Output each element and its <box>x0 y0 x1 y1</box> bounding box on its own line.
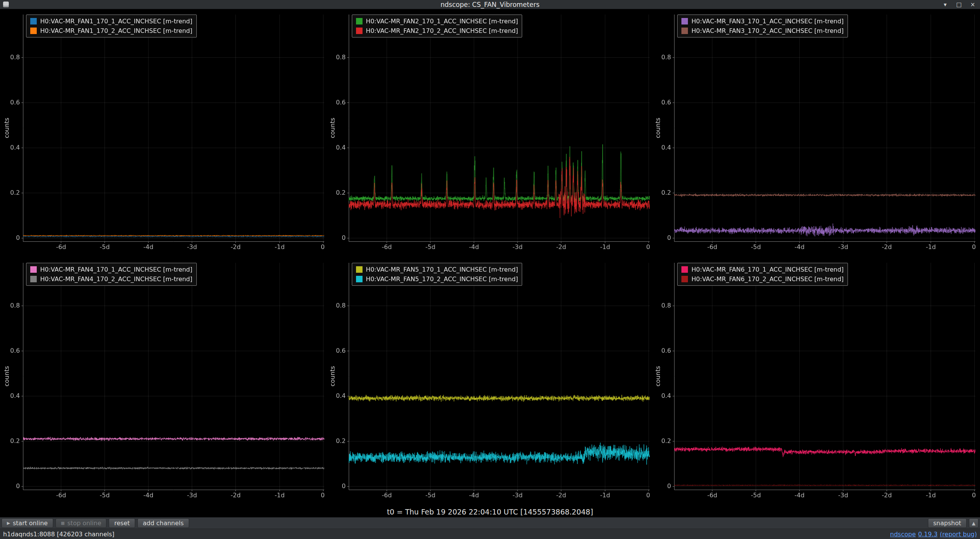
channel-name: H0:VAC-MR_FAN2_170_2_ACC_INCHSEC [m-tren… <box>366 27 518 34</box>
legend-row: H0:VAC-MR_FAN5_170_1_ACC_INCHSEC [m-tren… <box>356 266 518 273</box>
series-color-swatch <box>356 28 363 34</box>
legend-row: H0:VAC-MR_FAN2_170_2_ACC_INCHSEC [m-tren… <box>356 27 518 34</box>
window-controls: ▾ □ × <box>941 1 977 8</box>
legend-row: H0:VAC-MR_FAN6_170_2_ACC_INCHSEC [m-tren… <box>681 275 844 283</box>
legend-row: H0:VAC-MR_FAN3_170_2_ACC_INCHSEC [m-tren… <box>681 27 844 34</box>
channel-name: H0:VAC-MR_FAN3_170_1_ACC_INCHSEC [m-tren… <box>691 18 844 25</box>
series-color-swatch <box>681 276 688 282</box>
plot-canvas-fan6[interactable] <box>653 258 978 506</box>
channel-name: H0:VAC-MR_FAN4_170_1_ACC_INCHSEC [m-tren… <box>40 266 193 273</box>
series-color-swatch <box>356 266 363 273</box>
legend-fan5[interactable]: H0:VAC-MR_FAN5_170_1_ACC_INCHSEC [m-tren… <box>352 263 523 286</box>
plot-grid: H0:VAC-MR_FAN1_170_1_ACC_INCHSEC [m-tren… <box>0 9 980 506</box>
stop-online-button[interactable]: ■ stop online <box>56 518 107 528</box>
series-color-swatch <box>681 266 688 273</box>
plot-canvas-fan3[interactable] <box>653 10 978 258</box>
legend-fan6[interactable]: H0:VAC-MR_FAN6_170_1_ACC_INCHSEC [m-tren… <box>677 263 848 286</box>
t0-label: t0 = Thu Feb 19 2026 22:04:10 UTC [14555… <box>387 508 593 516</box>
close-button[interactable]: × <box>969 1 977 8</box>
play-icon: ▶ <box>7 521 10 526</box>
plot-canvas-fan4[interactable] <box>2 258 327 506</box>
server-status: h1daqnds1:8088 [426203 channels] <box>3 531 114 538</box>
series-color-swatch <box>30 28 37 34</box>
legend-row: H0:VAC-MR_FAN2_170_1_ACC_INCHSEC [m-tren… <box>356 18 518 25</box>
maximize-button[interactable]: □ <box>955 1 963 8</box>
plot-fan6: H0:VAC-MR_FAN6_170_1_ACC_INCHSEC [m-tren… <box>653 258 978 506</box>
legend-fan4[interactable]: H0:VAC-MR_FAN4_170_1_ACC_INCHSEC [m-tren… <box>26 263 197 286</box>
legend-row: H0:VAC-MR_FAN1_170_2_ACC_INCHSEC [m-tren… <box>30 27 193 34</box>
channel-name: H0:VAC-MR_FAN6_170_2_ACC_INCHSEC [m-tren… <box>691 275 844 283</box>
start-online-label: start online <box>13 519 47 527</box>
channel-name: H0:VAC-MR_FAN5_170_2_ACC_INCHSEC [m-tren… <box>366 275 518 283</box>
legend-row: H0:VAC-MR_FAN4_170_1_ACC_INCHSEC [m-tren… <box>30 266 193 273</box>
ndscope-link[interactable]: ndscope <box>890 531 916 538</box>
legend-fan2[interactable]: H0:VAC-MR_FAN2_170_1_ACC_INCHSEC [m-tren… <box>352 15 523 37</box>
legend-fan1[interactable]: H0:VAC-MR_FAN1_170_1_ACC_INCHSEC [m-tren… <box>26 15 197 37</box>
stop-online-label: stop online <box>67 519 101 527</box>
plot-fan4: H0:VAC-MR_FAN4_170_1_ACC_INCHSEC [m-tren… <box>2 258 327 506</box>
up-arrow-icon: ▲ <box>972 521 975 526</box>
add-channels-button[interactable]: add channels <box>137 518 189 528</box>
toolbar: ▶ start online ■ stop online reset add c… <box>0 517 980 529</box>
reset-button[interactable]: reset <box>109 518 135 528</box>
series-color-swatch <box>30 266 37 273</box>
series-color-swatch <box>681 18 688 24</box>
legend-row: H0:VAC-MR_FAN5_170_2_ACC_INCHSEC [m-tren… <box>356 275 518 283</box>
plot-fan5: H0:VAC-MR_FAN5_170_1_ACC_INCHSEC [m-tren… <box>327 258 653 506</box>
series-color-swatch <box>356 18 363 24</box>
channel-name: H0:VAC-MR_FAN5_170_1_ACC_INCHSEC [m-tren… <box>366 266 518 273</box>
legend-row: H0:VAC-MR_FAN1_170_1_ACC_INCHSEC [m-tren… <box>30 18 193 25</box>
series-color-swatch <box>30 18 37 24</box>
channel-name: H0:VAC-MR_FAN1_170_2_ACC_INCHSEC [m-tren… <box>40 27 193 34</box>
window-title: ndscope: CS_FAN_Vibrometers <box>0 0 980 9</box>
toolbar-extension-button[interactable]: ▲ <box>969 518 978 528</box>
snapshot-button[interactable]: snapshot <box>928 518 967 528</box>
status-links: ndscope 0.19.3 (report bug) <box>890 531 977 538</box>
t0-row: t0 = Thu Feb 19 2026 22:04:10 UTC [14555… <box>0 506 980 517</box>
plot-canvas-fan5[interactable] <box>327 258 653 506</box>
stop-icon: ■ <box>61 521 65 526</box>
plot-canvas-fan1[interactable] <box>2 10 327 258</box>
reset-label: reset <box>114 519 130 527</box>
version-link[interactable]: 0.19.3 <box>918 531 938 538</box>
start-online-button[interactable]: ▶ start online <box>2 518 53 528</box>
legend-row: H0:VAC-MR_FAN6_170_1_ACC_INCHSEC [m-tren… <box>681 266 844 273</box>
series-color-swatch <box>681 28 688 34</box>
series-color-swatch <box>30 276 37 282</box>
channel-name: H0:VAC-MR_FAN6_170_1_ACC_INCHSEC [m-tren… <box>691 266 844 273</box>
add-channels-label: add channels <box>143 519 184 527</box>
channel-name: H0:VAC-MR_FAN2_170_1_ACC_INCHSEC [m-tren… <box>366 18 518 25</box>
series-color-swatch <box>356 276 363 282</box>
minimize-button[interactable]: ▾ <box>941 1 949 8</box>
titlebar[interactable]: ndscope: CS_FAN_Vibrometers ▾ □ × <box>0 0 980 9</box>
channel-name: H0:VAC-MR_FAN1_170_1_ACC_INCHSEC [m-tren… <box>40 18 193 25</box>
plot-fan3: H0:VAC-MR_FAN3_170_1_ACC_INCHSEC [m-tren… <box>653 10 978 258</box>
channel-name: H0:VAC-MR_FAN4_170_2_ACC_INCHSEC [m-tren… <box>40 275 193 283</box>
channel-name: H0:VAC-MR_FAN3_170_2_ACC_INCHSEC [m-tren… <box>691 27 844 34</box>
window-menu-icon[interactable] <box>3 2 9 7</box>
legend-row: H0:VAC-MR_FAN4_170_2_ACC_INCHSEC [m-tren… <box>30 275 193 283</box>
report-bug-link[interactable]: (report bug) <box>940 531 977 538</box>
plot-fan2: H0:VAC-MR_FAN2_170_1_ACC_INCHSEC [m-tren… <box>327 10 653 258</box>
legend-row: H0:VAC-MR_FAN3_170_1_ACC_INCHSEC [m-tren… <box>681 18 844 25</box>
legend-fan3[interactable]: H0:VAC-MR_FAN3_170_1_ACC_INCHSEC [m-tren… <box>677 15 848 37</box>
statusbar: h1daqnds1:8088 [426203 channels] ndscope… <box>0 529 980 539</box>
plot-fan1: H0:VAC-MR_FAN1_170_1_ACC_INCHSEC [m-tren… <box>2 10 327 258</box>
snapshot-label: snapshot <box>933 519 961 527</box>
ndscope-window: ndscope: CS_FAN_Vibrometers ▾ □ × H0:VAC… <box>0 0 980 539</box>
plot-canvas-fan2[interactable] <box>327 10 653 258</box>
